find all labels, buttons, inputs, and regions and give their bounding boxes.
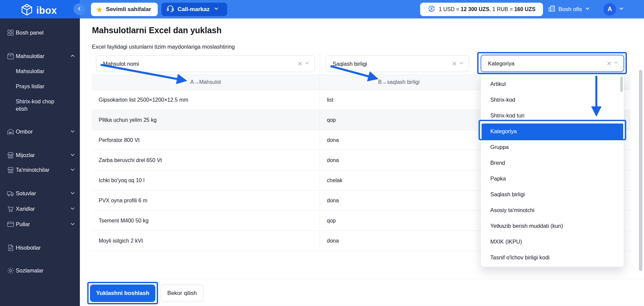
page-scrollbar[interactable] xyxy=(639,70,642,271)
sidebar-item-label: Hisobotlar xyxy=(16,244,66,251)
dropdown-option-gruppa[interactable]: Gruppa xyxy=(481,139,624,155)
sidebar-item-ta-minotchilar[interactable]: Ta'minotchilar xyxy=(0,162,80,177)
sidebar-item-shtrix-kod-chop-etish[interactable]: Shtrix-kod chop etish xyxy=(0,94,80,116)
favorites-button[interactable]: ★ Sevimli sahifalar xyxy=(91,3,158,16)
sidebar-item-hisobotlar[interactable]: Hisobotlar xyxy=(0,240,80,255)
sidebar-item-label: Mahsulotlar xyxy=(16,52,66,60)
page-subtitle: Excel faylidagi ustunlarni tizim maydonl… xyxy=(92,44,235,50)
product-cell: Perforator 800 Vt xyxy=(92,130,320,150)
topbar: ibox ★ Sevimli sahifalar Call-markaz xyxy=(0,0,644,18)
product-cell: PVX oyna profili 6 m xyxy=(92,191,320,210)
dropdown-option-saqlash-birligi[interactable]: Saqlash birligi xyxy=(481,187,624,202)
chevron-down-icon xyxy=(585,6,590,13)
chevron-down-icon xyxy=(214,6,219,13)
branch-label: Bosh ofis xyxy=(558,6,582,13)
sidebar-item-mahsulotlar[interactable]: Mahsulotlar xyxy=(0,64,80,79)
chevron-down-icon[interactable] xyxy=(304,60,310,67)
chevron-down-icon xyxy=(70,152,75,159)
chevron-up-icon[interactable] xyxy=(613,60,619,67)
cart-icon xyxy=(6,205,14,213)
star-icon: ★ xyxy=(96,6,103,13)
start-upload-button[interactable]: Yuklashni boshlash xyxy=(90,285,155,302)
chevron-up-icon xyxy=(70,53,75,60)
call-center-button[interactable]: Call-markaz xyxy=(161,3,227,16)
product-cell: Zarba beruvchi drel 650 Vt xyxy=(92,150,320,170)
sidebar-item-label: Ta'minotchilar xyxy=(16,166,66,173)
chevron-down-icon xyxy=(70,206,75,212)
table-header-cell: B→saqlash birligi xyxy=(320,75,478,90)
dropdown-option-mxik-ikpu-[interactable]: MXIK (IKPU) xyxy=(481,234,624,250)
column-select-a[interactable]: Mahsulot nomi × xyxy=(96,55,315,72)
clear-icon[interactable]: × xyxy=(452,60,457,68)
sidebar-item-mijozlar[interactable]: Mijozlar xyxy=(0,148,80,162)
grid-icon xyxy=(6,29,14,37)
chevron-down-icon xyxy=(70,167,75,173)
chevron-down-icon xyxy=(70,221,75,228)
call-center-label: Call-markaz xyxy=(178,6,209,13)
dropdown-option-asosiy-ta-minotchi[interactable]: Asosiy ta'minotchi xyxy=(481,202,624,218)
sidebar-item-xaridlar[interactable]: Xaridlar xyxy=(0,201,80,216)
svg-text:$: $ xyxy=(431,7,433,11)
dropdown-option-kategoriya[interactable]: Kategoriya xyxy=(482,123,623,139)
column-select-c-value: Kategoriya xyxy=(488,60,514,67)
page-title: Mahsulotlarni Excel dan yuklash xyxy=(92,26,221,35)
unit-cell: qop xyxy=(320,110,478,130)
dropdown-option-papka[interactable]: Papka xyxy=(481,171,624,187)
cancel-button[interactable]: Bekor qilish xyxy=(161,285,203,302)
sidebar-item-label: Pullar xyxy=(16,220,66,228)
chevron-down-icon xyxy=(619,6,624,12)
unit-cell: chelak xyxy=(320,170,478,190)
sidebar-item-label: Sotuvlar xyxy=(16,190,66,197)
cube-logo-icon xyxy=(20,3,34,18)
logo-text: ibox xyxy=(36,5,57,16)
column-select-b-value: Saqlash birligi xyxy=(333,61,367,67)
chevron-left-icon xyxy=(77,6,82,12)
sidebar-item-sotuvlar[interactable]: Sotuvlar xyxy=(0,186,80,201)
headset-icon xyxy=(166,4,175,14)
sidebar-item-pullar[interactable]: Pullar xyxy=(0,217,80,232)
column-select-c[interactable]: Kategoriya × xyxy=(481,55,624,72)
dropdown-option-shtrix-kod[interactable]: Shtrix-kod xyxy=(481,92,624,108)
sidebar: Bosh panelMahsulotlarMahsulotlarPrays li… xyxy=(0,18,80,306)
product-cell: Plitka uchun yelim 25 kg xyxy=(92,110,320,130)
dropdown-scrollbar[interactable] xyxy=(620,76,623,92)
sidebar-item-label: Mahsulotlar xyxy=(16,67,66,75)
dropdown-option-yetkazib-berish-muddati-kun-[interactable]: Yetkazib berish muddati (kun) xyxy=(481,218,624,234)
building-icon xyxy=(548,5,555,14)
exchange-rate-widget[interactable]: $ 1 USD = 12 300 UZS, 1 RUB = 160 UZS xyxy=(420,3,543,16)
unit-cell: qop xyxy=(320,211,478,231)
dropdown-option-artikul[interactable]: Artikul xyxy=(481,76,624,92)
column-divider xyxy=(320,54,320,74)
dropdown-option-shtrix-kod-turi[interactable]: Shtrix-kod turi xyxy=(481,108,624,123)
user-menu[interactable]: A xyxy=(603,0,624,18)
chevron-down-icon[interactable] xyxy=(459,60,464,67)
dropdown-option-brend[interactable]: Brend xyxy=(481,155,624,171)
footer-divider xyxy=(80,279,644,279)
bottom-divider xyxy=(80,305,644,305)
sidebar-item-ombor[interactable]: Ombor xyxy=(0,124,80,139)
clear-icon[interactable]: × xyxy=(298,60,302,68)
gear-icon xyxy=(6,266,14,274)
sidebar-item-label: Shtrix-kod chop etish xyxy=(16,98,66,113)
box-icon xyxy=(6,52,14,60)
sidebar-item-label: Xaridlar xyxy=(16,205,66,212)
sidebar-item-mahsulotlar[interactable]: Mahsulotlar xyxy=(0,49,80,63)
category-dropdown: ArtikulShtrix-kodShtrix-kod turiKategori… xyxy=(481,74,624,267)
branch-selector[interactable]: Bosh ofis xyxy=(548,0,590,18)
document-icon xyxy=(6,244,14,252)
chevron-down-icon xyxy=(70,129,75,135)
unit-cell: dona xyxy=(320,231,478,251)
dropdown-option-tasnif-o-lchov-birligi-kodi[interactable]: Tasnif o'lchov birligi kodi xyxy=(481,250,624,265)
storefront-icon xyxy=(6,151,14,159)
sidebar-item-bosh-panel[interactable]: Bosh panel xyxy=(0,25,80,40)
column-select-b[interactable]: Saqlash birligi × xyxy=(326,55,469,72)
clear-icon[interactable]: × xyxy=(607,59,611,67)
logo[interactable]: ibox xyxy=(20,3,57,18)
table-header-cell: A→Mahsulot xyxy=(92,75,320,90)
sidebar-item-prays-listlar[interactable]: Prays listlar xyxy=(0,79,80,94)
sidebar-collapse-button[interactable] xyxy=(73,3,85,15)
unit-cell: dona xyxy=(320,130,478,150)
sidebar-item-sozlamalar[interactable]: Sozlamalar xyxy=(0,263,80,278)
sidebar-item-label: Prays listlar xyxy=(16,83,66,90)
sidebar-item-label: Ombor xyxy=(16,128,66,135)
